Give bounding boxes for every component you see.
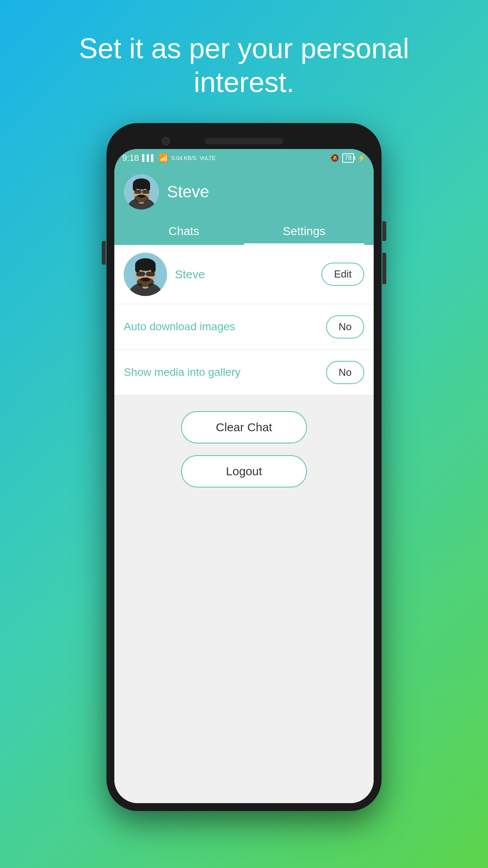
svg-point-16 [138,195,145,198]
status-time: 9:18 [122,153,139,163]
svg-rect-6 [133,183,137,191]
tab-chats-label: Chats [169,224,199,237]
content-area: Steve Edit Auto download images No Show … [114,245,374,803]
vibrate-icon: 🔕 [330,154,339,162]
phone-screen: 9:18 ▌▌▌ 📶 0.04 KB/S VoLTE 🔕 78 ⚡ [114,149,374,803]
avatar [124,174,159,210]
status-left: 9:18 ▌▌▌ 📶 0.04 KB/S VoLTE [122,153,216,163]
status-right: 🔕 78 ⚡ [330,153,366,163]
logout-button[interactable]: Logout [181,455,307,487]
settings-profile-name: Steve [175,268,314,281]
tab-settings[interactable]: Settings [244,217,364,245]
svg-rect-26 [146,272,155,276]
tagline-text: Set it as per your personal interest. [0,0,488,123]
header-profile-name: Steve [167,182,209,201]
phone-top-bar [114,131,374,149]
side-button-left [102,241,106,265]
auto-download-row: Auto download images No [114,304,374,350]
edit-button[interactable]: Edit [321,263,364,286]
tab-chats[interactable]: Chats [124,217,244,245]
settings-profile-section: Steve Edit [114,245,374,304]
show-media-row: Show media into gallery No [114,350,374,395]
svg-rect-13 [142,190,149,194]
tabs[interactable]: Chats Settings [124,217,364,245]
app-header: Steve Chats Settings [114,167,374,245]
phone-camera [161,137,170,145]
side-button-right-top [382,221,386,241]
clear-chat-button[interactable]: Clear Chat [181,411,307,443]
side-button-right-bottom [382,253,386,284]
show-media-toggle[interactable]: No [326,361,364,384]
wifi-icon: 📶 [159,153,169,163]
status-bar: 9:18 ▌▌▌ 📶 0.04 KB/S VoLTE 🔕 78 ⚡ [114,149,374,167]
profile-row: Steve [124,174,364,217]
svg-point-29 [141,278,150,281]
network-type: VoLTE [200,155,216,161]
auto-download-toggle[interactable]: No [326,315,364,338]
svg-rect-24 [151,263,156,272]
phone-speaker [205,138,283,144]
battery-box: 78 [342,153,354,163]
signal-icon: ▌▌▌ [142,154,156,162]
settings-avatar [124,253,167,296]
svg-rect-12 [134,190,141,194]
charging-icon: ⚡ [357,154,366,162]
show-media-label: Show media into gallery [124,366,326,379]
tab-settings-label: Settings [283,224,325,237]
svg-rect-7 [146,183,150,191]
svg-rect-23 [135,263,140,272]
auto-download-label: Auto download images [124,320,326,333]
phone-frame: 9:18 ▌▌▌ 📶 0.04 KB/S VoLTE 🔕 78 ⚡ [106,123,382,811]
svg-rect-25 [136,272,145,276]
data-speed: 0.04 KB/S [172,155,196,161]
action-buttons-area: Clear Chat Logout [114,395,374,503]
